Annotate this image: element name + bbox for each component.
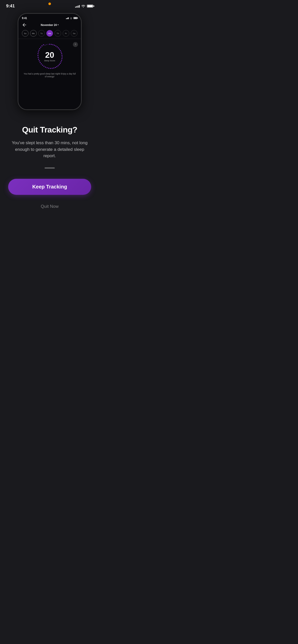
svg-point-18	[59, 64, 60, 65]
svg-point-6	[57, 46, 58, 47]
svg-point-40	[40, 47, 41, 48]
sleep-score-label: Sleep Score	[44, 60, 55, 62]
phone-nav: November 24 ▾	[18, 21, 81, 29]
phone-battery-icon	[73, 17, 77, 19]
status-icons	[75, 4, 93, 8]
svg-point-4	[54, 45, 55, 46]
phone-screen: 9:41	[18, 14, 81, 109]
phone-date-chevron: ▾	[58, 24, 59, 26]
svg-point-32	[39, 60, 40, 61]
svg-point-29	[42, 65, 43, 66]
phone-date-selector[interactable]: November 24 ▾	[41, 24, 59, 26]
svg-point-35	[37, 55, 38, 56]
svg-point-26	[47, 67, 48, 68]
svg-point-11	[61, 53, 62, 54]
svg-point-24	[50, 68, 51, 69]
sleep-score-number: 20	[45, 51, 54, 59]
svg-point-7	[58, 47, 59, 48]
phone-mockup: 9:41	[18, 13, 82, 110]
phone-status-icons	[66, 16, 77, 20]
svg-point-12	[61, 55, 62, 56]
svg-point-13	[62, 56, 63, 57]
signal-icon	[75, 5, 80, 8]
svg-point-8	[59, 49, 60, 50]
drag-indicator	[45, 167, 55, 169]
modal-title: Quit Tracking?	[22, 125, 77, 135]
phone-back-button[interactable]	[22, 22, 27, 27]
status-bar: 9:41	[0, 0, 99, 11]
svg-point-33	[38, 58, 39, 60]
svg-point-41	[42, 45, 43, 46]
day-circle-tu[interactable]: Tu	[38, 30, 45, 37]
day-circle-th[interactable]: Th	[55, 30, 61, 37]
sleep-score-ring: 20 Sleep Score	[36, 42, 64, 70]
svg-point-38	[38, 50, 39, 51]
svg-point-39	[39, 48, 40, 49]
help-button[interactable]: ?	[73, 42, 78, 47]
phone-signal-icon	[66, 17, 69, 19]
svg-point-28	[44, 66, 45, 67]
modal-description: You've slept less than 30 mins, not long…	[8, 140, 91, 159]
quit-now-button[interactable]: Quit Now	[39, 202, 61, 211]
svg-point-16	[61, 61, 62, 62]
svg-point-25	[48, 68, 49, 69]
svg-point-15	[61, 60, 62, 61]
phone-wifi-icon	[70, 16, 72, 20]
svg-point-2	[51, 44, 52, 45]
svg-point-21	[55, 67, 56, 68]
phone-status-bar: 9:41	[18, 14, 81, 21]
svg-point-42	[43, 44, 44, 45]
svg-point-36	[37, 53, 38, 54]
svg-point-5	[55, 45, 56, 46]
day-circle-su[interactable]: Su	[22, 30, 29, 37]
svg-point-31	[40, 62, 41, 63]
day-circle-mo[interactable]: Mo	[30, 30, 37, 37]
svg-point-9	[60, 50, 61, 51]
svg-point-14	[61, 58, 62, 59]
svg-point-0	[71, 19, 71, 19]
sleep-score-center: 20 Sleep Score	[44, 51, 55, 62]
orange-dot-indicator	[48, 3, 51, 5]
phone-status-time: 9:41	[22, 17, 27, 20]
svg-point-34	[38, 57, 39, 58]
svg-point-22	[53, 67, 54, 68]
phone-divider	[18, 39, 81, 39]
svg-point-44	[46, 44, 47, 45]
svg-point-1	[49, 44, 50, 45]
svg-point-17	[60, 63, 61, 64]
phone-mockup-container: 9:41	[0, 11, 99, 115]
day-circle-sa[interactable]: Sa	[71, 30, 77, 37]
keep-tracking-button[interactable]: Keep Tracking	[8, 179, 91, 195]
svg-point-30	[41, 63, 42, 64]
svg-point-37	[38, 51, 39, 52]
status-time: 9:41	[6, 4, 15, 9]
svg-point-23	[52, 68, 53, 69]
wifi-icon	[81, 4, 85, 8]
svg-point-45	[48, 44, 49, 45]
svg-point-27	[45, 67, 46, 68]
sleep-message: You had a pretty good sleep last night! …	[18, 70, 81, 79]
svg-point-20	[56, 66, 57, 67]
phone-date-label: November 24	[41, 24, 57, 26]
day-circle-fr[interactable]: Fr	[63, 30, 69, 37]
battery-icon	[87, 5, 93, 8]
modal-area: Quit Tracking? You've slept less than 30…	[0, 115, 99, 215]
svg-point-19	[58, 65, 59, 66]
svg-point-10	[61, 51, 62, 52]
day-circle-we[interactable]: We	[46, 30, 53, 37]
svg-point-3	[52, 44, 53, 45]
sleep-score-area: ?	[18, 40, 81, 110]
svg-point-43	[45, 45, 46, 46]
week-selector: Su Mo Tu We Th Fr Sa	[18, 29, 81, 38]
